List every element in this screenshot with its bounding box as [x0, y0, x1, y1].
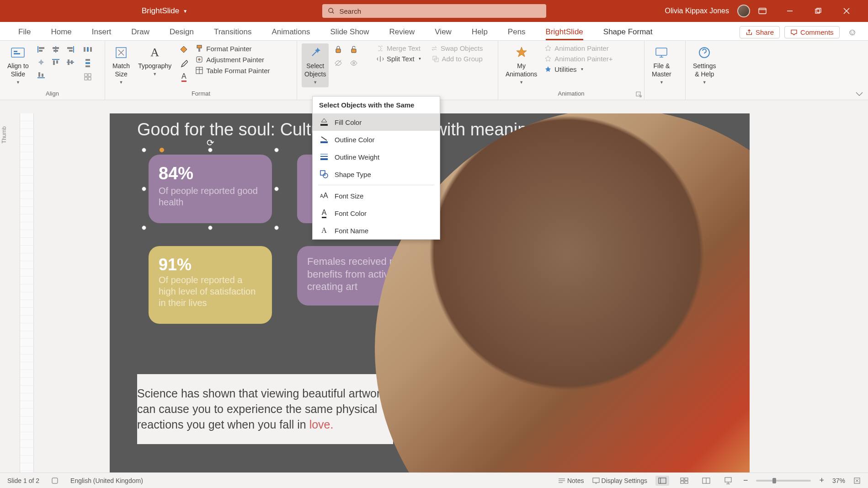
align-top-icon[interactable] — [49, 56, 63, 68]
split-text-label: Split Text — [387, 55, 415, 63]
split-text-button[interactable]: Split Text▼ — [375, 54, 424, 64]
svg-rect-20 — [69, 50, 73, 52]
svg-rect-10 — [14, 51, 17, 52]
eye-icon[interactable] — [347, 57, 361, 69]
svg-rect-32 — [42, 74, 43, 77]
document-title[interactable]: BrightSlide ▼ — [142, 6, 187, 16]
format-painter-button[interactable]: Format Painter — [193, 43, 272, 54]
tab-home[interactable]: Home — [41, 23, 81, 40]
pipette-icon[interactable] — [177, 57, 191, 69]
minimize-button[interactable] — [787, 8, 807, 14]
tab-file[interactable]: File — [8, 23, 41, 40]
swap-objects-label: Swap Objects — [441, 44, 483, 52]
utilities-button[interactable]: Utilities▼ — [543, 64, 614, 74]
file-master-button[interactable]: File & Master ▼ — [649, 43, 674, 87]
chevron-down-icon: ▼ — [313, 80, 317, 86]
tab-review[interactable]: Review — [379, 23, 425, 40]
chevron-down-icon: ▼ — [16, 80, 20, 86]
svg-line-53 — [335, 60, 341, 66]
svg-rect-45 — [198, 48, 200, 52]
align-middle-icon[interactable] — [64, 56, 77, 68]
svg-rect-34 — [87, 47, 89, 52]
match-size-button[interactable]: Match Size ▼ — [110, 43, 133, 87]
ribbon-group-arrange: Merge Text Swap Objects Split Text▼ Add … — [370, 41, 498, 100]
maximize-button[interactable] — [815, 8, 835, 14]
star-small-icon — [544, 45, 552, 52]
lock-eye-col — [331, 43, 361, 69]
align-to-slide-label: Align to Slide — [7, 62, 29, 78]
animation-painter-plus-button[interactable]: Animation Painter+ — [543, 54, 614, 64]
chevron-down-icon: ▼ — [580, 67, 584, 71]
distribute-h-icon[interactable] — [80, 43, 96, 55]
typography-label: Typography — [138, 62, 171, 70]
table-format-painter-button[interactable]: Table Format Painter — [193, 65, 272, 75]
align-to-slide-button[interactable]: Align to Slide ▼ — [5, 43, 32, 87]
align-center-icon[interactable] — [49, 43, 63, 55]
svg-rect-16 — [53, 47, 59, 49]
tab-insert[interactable]: Insert — [82, 23, 122, 40]
chevron-down-icon: ▼ — [660, 80, 664, 86]
align-bottom-icon[interactable] — [34, 69, 48, 81]
settings-help-label: Settings & Help — [693, 62, 716, 78]
tab-pens[interactable]: Pens — [498, 23, 536, 40]
search-input[interactable] — [340, 7, 541, 15]
select-objects-button[interactable]: Select Objects ▼ — [302, 43, 329, 87]
chevron-down-icon: ▼ — [119, 80, 123, 86]
typography-button[interactable]: A Typography ▼ — [135, 43, 174, 79]
distribute-center-icon[interactable] — [34, 56, 48, 68]
merge-text-label: Merge Text — [387, 44, 421, 52]
fill-icon[interactable] — [177, 43, 191, 55]
ribbon-group-animation: My Animations ▼ Animation Painter Animat… — [498, 41, 644, 100]
unlock-icon[interactable] — [347, 43, 361, 55]
star-util-icon — [544, 66, 552, 73]
chevron-down-icon: ▼ — [418, 57, 422, 61]
align-right-icon[interactable] — [64, 43, 77, 55]
animation-painter-button[interactable]: Animation Painter — [543, 43, 614, 53]
tab-transitions[interactable]: Transitions — [204, 23, 262, 40]
svg-rect-58 — [656, 48, 667, 55]
tab-help[interactable]: Help — [462, 23, 498, 40]
ribbon: Align to Slide ▼ Align — [0, 41, 868, 100]
font-color-icon[interactable]: A — [177, 71, 191, 83]
distribute-v-icon[interactable] — [80, 57, 96, 69]
help-icon — [697, 45, 712, 60]
tab-brightslide[interactable]: BrightSlide — [536, 23, 593, 40]
close-button[interactable] — [843, 8, 863, 14]
swap-objects-button[interactable]: Swap Objects — [429, 43, 485, 53]
my-animations-button[interactable]: My Animations ▼ — [503, 43, 540, 87]
avatar[interactable] — [737, 5, 750, 17]
settings-help-button[interactable]: Settings & Help ▼ — [690, 43, 719, 87]
lock-icon[interactable] — [331, 43, 345, 55]
tab-view[interactable]: View — [425, 23, 462, 40]
utilities-label: Utilities — [554, 65, 576, 73]
format-painter-label: Format Painter — [206, 45, 251, 53]
comments-button[interactable]: Comments — [784, 26, 840, 38]
table-format-painter-label: Table Format Painter — [206, 67, 270, 75]
merge-text-button[interactable]: Merge Text — [375, 43, 422, 53]
dialog-launcher-icon[interactable] — [636, 91, 642, 98]
align-left-icon[interactable] — [34, 43, 48, 55]
tab-design[interactable]: Design — [160, 23, 204, 40]
share-icon — [746, 29, 753, 36]
animation-painter-col: Animation Painter Animation Painter+ Uti… — [543, 43, 614, 74]
share-label: Share — [756, 28, 774, 36]
search-box[interactable] — [322, 4, 546, 18]
eye-off-icon[interactable] — [331, 57, 345, 69]
tab-draw[interactable]: Draw — [121, 23, 160, 40]
tab-shapeformat[interactable]: Shape Format — [593, 23, 663, 40]
tab-animations[interactable]: Animations — [261, 23, 320, 40]
ribbon-display-icon[interactable] — [758, 8, 778, 14]
add-to-group-button[interactable]: Add to Group — [430, 54, 485, 64]
ribbon-group-format: Match Size ▼ A Typography ▼ A Format Pai… — [105, 41, 297, 100]
share-button[interactable]: Share — [740, 26, 780, 38]
tab-slideshow[interactable]: Slide Show — [320, 23, 379, 40]
svg-rect-13 — [39, 47, 44, 49]
svg-rect-39 — [85, 74, 87, 76]
collapse-ribbon-icon[interactable] — [855, 91, 863, 97]
svg-rect-36 — [85, 59, 90, 61]
feedback-icon[interactable]: ☺ — [844, 27, 861, 38]
group-label-animation: Animation — [503, 89, 639, 99]
adjustment-painter-button[interactable]: Adjustment Painter — [193, 54, 272, 64]
svg-point-54 — [353, 62, 355, 64]
grid-icon[interactable] — [80, 71, 96, 83]
